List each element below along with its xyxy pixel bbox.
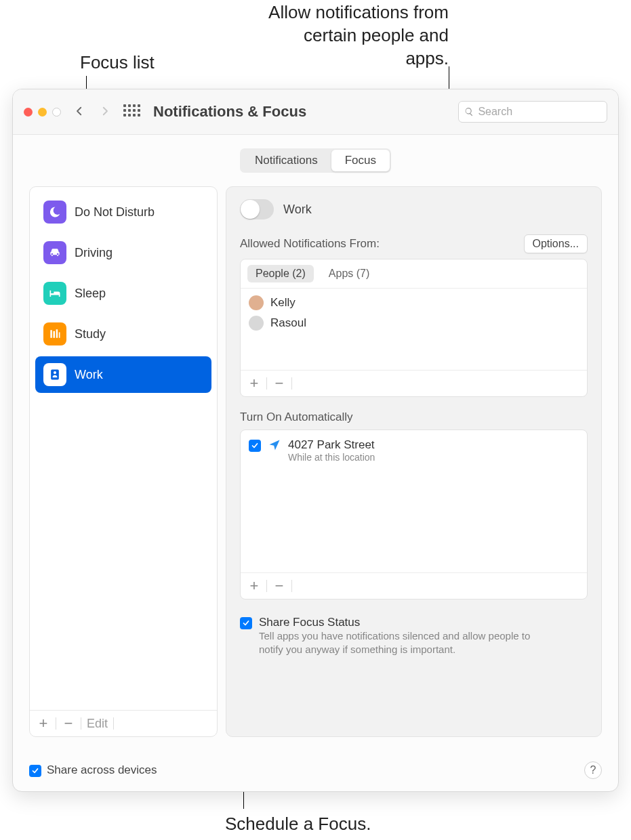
sidebar-item-label: Study	[75, 327, 106, 341]
add-schedule-button[interactable]: +	[247, 577, 261, 595]
moon-icon	[43, 201, 66, 224]
bed-icon	[43, 282, 66, 305]
badge-icon	[43, 363, 66, 386]
people-list: Kelly Rasoul	[241, 289, 587, 370]
bottom-bar: Share across devices ?	[29, 761, 602, 779]
share-devices-label: Share across devices	[47, 763, 157, 777]
window-toolbar: Notifications & Focus	[13, 89, 618, 135]
sidebar-item-label: Sleep	[75, 287, 106, 301]
books-icon	[43, 322, 66, 345]
close-icon[interactable]	[24, 108, 33, 117]
sidebar-item-label: Do Not Disturb	[75, 205, 155, 219]
window-title: Notifications & Focus	[153, 103, 306, 121]
auto-panel-footer: + −	[241, 572, 587, 599]
forward-button	[98, 102, 113, 121]
allowed-tab-bar: People (2) Apps (7)	[241, 259, 587, 289]
avatar	[249, 316, 264, 331]
search-input[interactable]	[478, 106, 601, 118]
focus-toggle-label: Work	[283, 203, 312, 217]
spacer	[241, 471, 587, 572]
edit-button[interactable]: Edit	[87, 717, 108, 731]
share-status-checkbox[interactable]	[240, 617, 252, 629]
toggle-knob	[241, 200, 260, 219]
sidebar-item-do-not-disturb[interactable]: Do Not Disturb	[35, 194, 211, 230]
focus-toggle[interactable]	[240, 199, 274, 219]
share-focus-status-row: Share Focus Status Tell apps you have no…	[240, 613, 588, 660]
divider	[81, 717, 81, 730]
options-button[interactable]: Options...	[524, 234, 588, 253]
sidebar-item-label: Work	[75, 368, 103, 382]
location-icon	[268, 438, 281, 455]
allowed-section-header: Allowed Notifications From: Options...	[240, 234, 588, 253]
tab-focus[interactable]: Focus	[331, 150, 390, 171]
window-controls	[24, 108, 61, 117]
search-icon	[464, 106, 474, 117]
tab-people[interactable]: People (2)	[247, 265, 314, 282]
checkmark-icon	[31, 767, 39, 775]
back-button[interactable]	[72, 102, 87, 121]
divider	[266, 377, 267, 390]
segmented-control: Notifications Focus	[240, 148, 391, 173]
allowed-panel-footer: + −	[241, 370, 587, 396]
avatar	[249, 295, 264, 310]
focus-list: Do Not Disturb Driving Sleep	[30, 187, 217, 710]
sidebar-footer: + − Edit	[30, 710, 217, 736]
car-icon	[43, 241, 66, 264]
chevron-right-icon	[99, 105, 111, 117]
share-across-devices-row: Share across devices	[29, 763, 157, 777]
add-focus-button[interactable]: +	[37, 715, 50, 732]
tab-apps[interactable]: Apps (7)	[321, 265, 378, 282]
focus-detail: Work Allowed Notifications From: Options…	[226, 186, 602, 737]
search-field[interactable]	[458, 101, 607, 123]
divider	[56, 717, 56, 730]
callout-focus-list: Focus list	[80, 51, 155, 75]
tab-segmented-control: Notifications Focus	[13, 148, 618, 173]
auto-panel: 4027 Park Street While at this location …	[240, 429, 588, 600]
focus-sidebar: Do Not Disturb Driving Sleep	[29, 186, 218, 737]
sidebar-item-work[interactable]: Work	[35, 356, 211, 393]
sidebar-item-study[interactable]: Study	[35, 316, 211, 352]
divider	[291, 377, 292, 390]
apps-grid-icon[interactable]	[123, 104, 138, 119]
sidebar-item-label: Driving	[75, 246, 113, 260]
checkmark-icon	[242, 619, 250, 627]
chevron-left-icon	[73, 105, 85, 117]
turn-on-label: Turn On Automatically	[240, 411, 588, 424]
person-name: Kelly	[270, 296, 296, 310]
minimize-icon[interactable]	[38, 108, 47, 117]
help-button[interactable]: ?	[584, 761, 602, 779]
callout-schedule: Schedule a Focus.	[225, 813, 371, 836]
list-item[interactable]: Rasoul	[247, 313, 580, 333]
allowed-label: Allowed Notifications From:	[240, 237, 380, 251]
share-status-title: Share Focus Status	[259, 616, 544, 629]
checkbox-checked[interactable]	[249, 440, 261, 452]
auto-item-subtitle: While at this location	[288, 452, 375, 463]
share-status-desc: Tell apps you have notifications silence…	[259, 629, 544, 657]
divider	[291, 580, 292, 592]
remove-schedule-button[interactable]: −	[272, 577, 286, 595]
auto-item-title: 4027 Park Street	[288, 438, 375, 452]
focus-toggle-row: Work	[240, 199, 588, 219]
divider	[266, 580, 267, 592]
auto-list-item[interactable]: 4027 Park Street While at this location	[241, 430, 587, 471]
auto-item-text: 4027 Park Street While at this location	[288, 438, 375, 463]
add-person-button[interactable]: +	[247, 375, 261, 392]
tab-notifications[interactable]: Notifications	[241, 150, 331, 171]
callout-allow-notifications: Allow notifications from certain people …	[259, 1, 449, 70]
maximize-icon	[52, 108, 61, 117]
remove-focus-button[interactable]: −	[62, 715, 75, 732]
allowed-panel: People (2) Apps (7) Kelly Rasoul +	[240, 259, 588, 397]
share-status-text: Share Focus Status Tell apps you have no…	[259, 616, 544, 657]
sidebar-item-driving[interactable]: Driving	[35, 234, 211, 271]
content-area: Do Not Disturb Driving Sleep	[13, 173, 618, 751]
person-name: Rasoul	[270, 316, 306, 330]
divider	[113, 717, 114, 730]
remove-person-button[interactable]: −	[272, 375, 286, 392]
checkmark-icon	[251, 442, 259, 450]
list-item[interactable]: Kelly	[247, 293, 580, 313]
sidebar-item-sleep[interactable]: Sleep	[35, 275, 211, 312]
share-devices-checkbox[interactable]	[29, 765, 41, 777]
preferences-window: Notifications & Focus Notifications Focu…	[12, 89, 619, 792]
